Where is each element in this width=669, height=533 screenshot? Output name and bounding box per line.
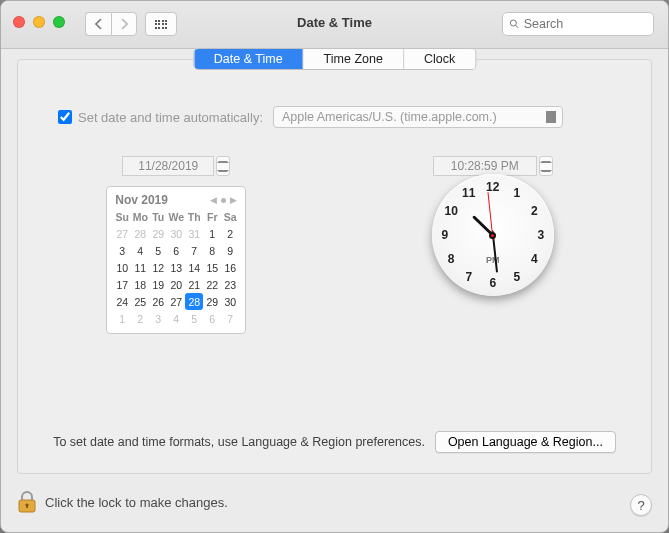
calendar-day[interactable]: 7 [185,242,203,259]
calendar-day[interactable]: 30 [167,225,185,242]
calendar-day[interactable]: 27 [167,293,185,310]
grid-icon [155,20,168,29]
tab-time-zone[interactable]: Time Zone [304,49,404,69]
calendar-day[interactable]: 8 [203,242,221,259]
select-caret-icon [544,110,558,124]
calendar-day[interactable]: 4 [167,310,185,327]
clock-numeral: 3 [532,228,550,242]
clock-numeral: 2 [525,204,543,218]
titlebar: Date & Time [1,1,668,49]
calendar-day[interactable]: 19 [149,276,167,293]
date-column: 11/28/2019 Nov 2019◀▶SuMoTuWeThFrSa27282… [18,156,335,334]
calendar-day[interactable]: 26 [149,293,167,310]
clock-numeral: 11 [460,186,478,200]
show-all-button[interactable] [145,12,177,36]
open-language-region-button[interactable]: Open Language & Region... [435,431,616,453]
calendar-day[interactable]: 30 [221,293,239,310]
clock-numeral: 4 [525,252,543,266]
minimize-icon[interactable] [33,16,45,28]
calendar-dow: Tu [149,211,167,225]
clock-numeral: 8 [442,252,460,266]
calendar-day[interactable]: 27 [113,225,131,242]
calendar-day[interactable]: 14 [185,259,203,276]
calendar-day[interactable]: 23 [221,276,239,293]
calendar-day[interactable]: 25 [131,293,149,310]
date-field[interactable]: 11/28/2019 [122,156,214,176]
calendar-day[interactable]: 20 [167,276,185,293]
clock-ampm: PM [486,255,500,265]
search-icon [509,18,520,30]
preferences-panel: Date & TimeTime ZoneClock Set date and t… [17,59,652,474]
lock-bar: Click the lock to make changes. ? [17,484,652,520]
stepper-up-icon[interactable] [217,157,229,166]
clock-numeral: 6 [484,276,502,290]
calendar-day[interactable]: 28 [185,293,203,310]
stepper-up-icon[interactable] [540,157,552,166]
calendar-day[interactable]: 24 [113,293,131,310]
time-stepper[interactable] [539,156,553,176]
calendar-dow: Mo [131,211,149,225]
svg-point-0 [510,20,516,26]
stepper-down-icon[interactable] [217,166,229,175]
calendar-day[interactable]: 1 [113,310,131,327]
calendar-day[interactable]: 11 [131,259,149,276]
calendar-day[interactable]: 3 [113,242,131,259]
lock-text: Click the lock to make changes. [45,495,228,510]
calendar-day[interactable]: 3 [149,310,167,327]
help-button[interactable]: ? [630,494,652,516]
calendar-dow: Sa [221,211,239,225]
time-field[interactable]: 10:28:59 PM [433,156,537,176]
calendar-day[interactable]: 5 [185,310,203,327]
calendar-day[interactable]: 16 [221,259,239,276]
calendar-today-icon[interactable] [221,198,226,203]
clock-numeral: 12 [484,180,502,194]
calendar-day[interactable]: 7 [221,310,239,327]
tab-clock[interactable]: Clock [404,49,475,69]
calendar-day[interactable]: 6 [167,242,185,259]
calendar-prev-icon[interactable]: ◀ [210,195,217,205]
calendar-dow: Th [185,211,203,225]
calendar-day[interactable]: 17 [113,276,131,293]
tab-date-time[interactable]: Date & Time [194,49,304,69]
calendar-next-icon[interactable]: ▶ [230,195,237,205]
calendar-day[interactable]: 22 [203,276,221,293]
calendar[interactable]: Nov 2019◀▶SuMoTuWeThFrSa2728293031123456… [106,186,246,334]
calendar-day[interactable]: 13 [167,259,185,276]
lock-icon[interactable] [17,490,37,514]
panel-footer: To set date and time formats, use Langua… [18,431,651,453]
time-server-select[interactable]: Apple Americas/U.S. (time.apple.com.) [273,106,563,128]
analog-clock: 121234567891011PM [432,174,554,296]
time-column: 10:28:59 PM 121234567891011PM [335,156,652,334]
calendar-day[interactable]: 28 [131,225,149,242]
close-icon[interactable] [13,16,25,28]
nav-buttons [85,12,137,36]
calendar-day[interactable]: 31 [185,225,203,242]
clock-numeral: 10 [442,204,460,218]
calendar-day[interactable]: 12 [149,259,167,276]
calendar-day[interactable]: 18 [131,276,149,293]
calendar-day[interactable]: 6 [203,310,221,327]
calendar-day[interactable]: 21 [185,276,203,293]
calendar-day[interactable]: 1 [203,225,221,242]
calendar-day[interactable]: 15 [203,259,221,276]
date-stepper[interactable] [216,156,230,176]
calendar-day[interactable]: 2 [221,225,239,242]
calendar-day[interactable]: 4 [131,242,149,259]
auto-set-checkbox[interactable] [58,110,72,124]
search-field[interactable] [502,12,654,36]
forward-button[interactable] [111,12,137,36]
calendar-day[interactable]: 29 [203,293,221,310]
clock-numeral: 5 [508,270,526,284]
zoom-icon[interactable] [53,16,65,28]
svg-rect-4 [26,505,28,508]
calendar-month-label: Nov 2019 [115,193,168,207]
clock-numeral: 7 [460,270,478,284]
svg-line-1 [516,25,519,28]
back-button[interactable] [85,12,111,36]
search-input[interactable] [524,17,647,31]
calendar-day[interactable]: 10 [113,259,131,276]
calendar-day[interactable]: 29 [149,225,167,242]
calendar-day[interactable]: 9 [221,242,239,259]
calendar-day[interactable]: 5 [149,242,167,259]
calendar-day[interactable]: 2 [131,310,149,327]
